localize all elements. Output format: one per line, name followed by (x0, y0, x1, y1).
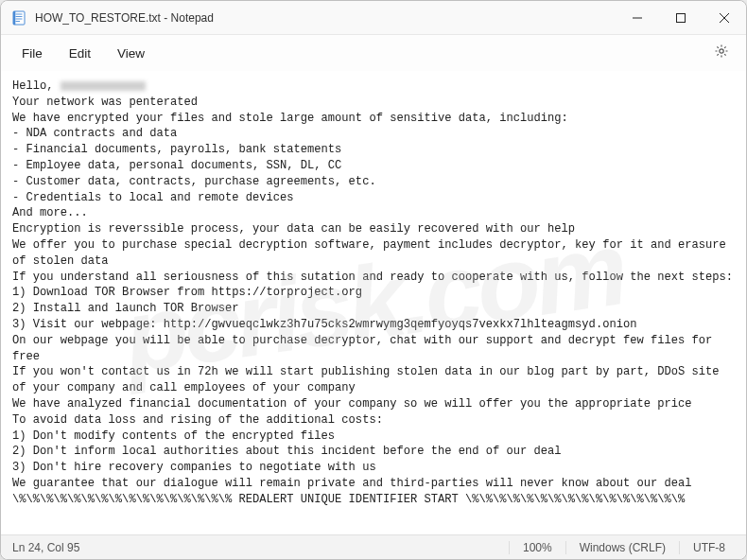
text-line: - NDA contracts and data (12, 127, 177, 140)
minimize-button[interactable] (616, 1, 659, 34)
text-line: We offer you to purchase special decrypt… (12, 238, 733, 268)
text-line: - Customer data, contracts, purchase agr… (12, 175, 376, 188)
menubar: File Edit View (1, 35, 746, 71)
statusbar: Ln 24, Col 95 100% Windows (CRLF) UTF-8 (1, 534, 746, 559)
menu-view[interactable]: View (104, 41, 158, 66)
text-line: We have analyzed financial documentation… (12, 397, 692, 411)
notepad-window: HOW_TO_RESTORE.txt - Notepad File Edit V… (0, 0, 747, 560)
text-line: 3) Visit our webpage: http://gwvueqclwkz… (12, 318, 636, 331)
encoding[interactable]: UTF-8 (679, 541, 738, 554)
text-line: To avoid data loss and rising of the add… (12, 413, 383, 427)
text-line: 2) Install and launch TOR Browser (12, 302, 239, 315)
greeting-prefix: Hello, (12, 79, 61, 93)
menu-file[interactable]: File (9, 41, 56, 66)
text-line: 1) Download TOR Browser from https://tor… (12, 286, 362, 299)
text-line: If you won't contact us in 72h we will s… (12, 365, 726, 394)
cursor-position: Ln 24, Col 95 (9, 541, 273, 554)
titlebar: HOW_TO_RESTORE.txt - Notepad (1, 1, 746, 35)
menu-edit[interactable]: Edit (56, 41, 104, 66)
zoom-level[interactable]: 100% (509, 541, 565, 554)
text-line: Your network was penterated (12, 96, 198, 109)
text-line: - Credentials to local and remote device… (12, 191, 294, 204)
maximize-button[interactable] (659, 1, 703, 34)
text-line: 2) Don't inform local authorities about … (12, 445, 562, 458)
svg-point-10 (720, 49, 723, 53)
text-line: And more... (12, 206, 88, 219)
text-line: We have encrypted your files and stole l… (12, 112, 568, 125)
settings-button[interactable] (704, 38, 738, 68)
redacted-name (61, 81, 146, 91)
close-button[interactable] (703, 1, 746, 34)
text-line: If you understand all seriousness of thi… (12, 271, 733, 284)
text-line: - Employee data, personal documents, SSN… (12, 159, 341, 172)
svg-rect-7 (677, 13, 686, 22)
text-line: On our webpage you will be able to purch… (12, 334, 720, 363)
svg-rect-5 (13, 11, 15, 25)
text-line: Encryption is reverssible process, your … (12, 222, 575, 236)
text-line: - Financial documents, payrolls, bank st… (12, 143, 341, 156)
text-line: We guarantee that our dialogue will rema… (12, 477, 692, 490)
text-area[interactable]: pcrisk.comHello, Your network was penter… (1, 71, 746, 534)
line-ending[interactable]: Windows (CRLF) (565, 541, 679, 554)
notepad-icon (10, 9, 27, 26)
window-title: HOW_TO_RESTORE.txt - Notepad (35, 11, 616, 25)
text-line: \%\%\%\%\%\%\%\%\%\%\%\%\%\%\%\% REDALER… (12, 493, 685, 506)
text-line: 3) Don't hire recovery companies to nego… (12, 461, 376, 474)
window-controls (616, 1, 746, 34)
text-line: 1) Don't modify contents of the encrypte… (12, 429, 335, 443)
